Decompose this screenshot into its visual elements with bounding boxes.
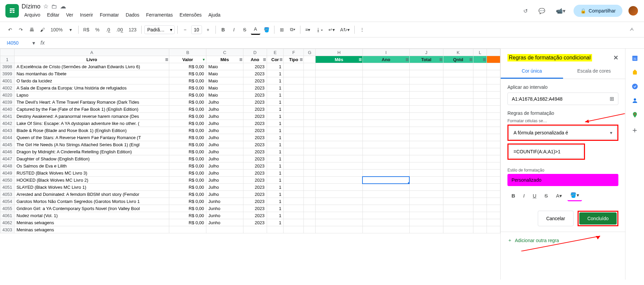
cell[interactable] (409, 155, 443, 162)
cell[interactable] (473, 141, 487, 148)
cell[interactable] (473, 84, 487, 92)
cell[interactable] (304, 56, 316, 63)
cell[interactable] (443, 191, 473, 198)
cell[interactable] (316, 134, 362, 141)
strike-icon[interactable]: S (542, 191, 551, 201)
column-header[interactable]: E (267, 49, 284, 56)
row-header[interactable]: 4039 (0, 99, 14, 106)
cell-ano[interactable]: 2023 (243, 177, 267, 184)
cell[interactable] (473, 70, 487, 77)
cell[interactable] (443, 63, 473, 70)
cell[interactable] (409, 106, 443, 113)
cell[interactable] (443, 77, 473, 84)
cell[interactable] (409, 212, 443, 219)
style-preview[interactable]: Personalizado (507, 174, 618, 186)
header-orange[interactable] (487, 56, 500, 63)
row-header[interactable]: 4045 (0, 141, 14, 148)
column-header[interactable]: I (362, 49, 409, 56)
star-icon[interactable]: ☆ (43, 3, 49, 10)
move-folder-icon[interactable]: 🗀 (51, 3, 57, 10)
cell-ano[interactable]: 2023 (243, 141, 267, 148)
cell-livro[interactable]: HOOKED (Black Wolves MC Livro 2) (14, 177, 169, 184)
cell-livro[interactable]: Queen of the Stars: A Reverse Harem Fae … (14, 134, 169, 141)
cell[interactable] (473, 155, 487, 162)
print-icon[interactable]: 🖶 (27, 25, 36, 34)
history-icon[interactable]: ↺ (521, 5, 530, 17)
cell[interactable] (316, 113, 362, 120)
cell[interactable] (473, 191, 487, 198)
cell-livro[interactable]: Dragon by Midnight: A Cinderella Retelli… (14, 148, 169, 155)
column-header[interactable] (487, 49, 500, 56)
cell-ano[interactable]: 2023 (243, 170, 267, 177)
keep-icon[interactable] (632, 69, 638, 76)
cell[interactable] (284, 99, 304, 106)
row-header[interactable]: 4043 (0, 127, 14, 134)
cell-ano[interactable]: 2023 (243, 205, 267, 212)
row-header[interactable]: 4048 (0, 162, 14, 170)
column-header[interactable]: K (443, 49, 473, 56)
column-header[interactable] (0, 49, 14, 56)
row-header[interactable]: 4062 (0, 219, 14, 226)
italic-icon[interactable]: I (229, 25, 239, 34)
cell[interactable] (362, 155, 409, 162)
column-header[interactable]: A (14, 49, 169, 56)
cell[interactable] (284, 219, 304, 226)
cell[interactable] (316, 198, 362, 205)
user-avatar[interactable] (628, 5, 639, 16)
bold-icon[interactable]: B (218, 25, 228, 34)
cell-mes[interactable]: Julho (206, 184, 243, 191)
cell-valor[interactable]: R$ 0,00 (169, 134, 206, 141)
cell[interactable] (284, 155, 304, 162)
cell-valor[interactable]: R$ 0,00 (169, 212, 206, 219)
number-format-button[interactable]: 123 (126, 25, 138, 34)
document-title[interactable]: Dízimo (22, 3, 40, 10)
redo-icon[interactable]: ↷ (16, 25, 26, 34)
row-header[interactable]: 1 (0, 56, 14, 63)
row-header[interactable]: 4303 (0, 226, 14, 233)
cell-cor[interactable]: 1 (267, 70, 284, 77)
cell-mes[interactable]: Julho (206, 141, 243, 148)
cell[interactable] (487, 162, 500, 170)
cell-mes[interactable]: Julho (206, 120, 243, 127)
cell-valor[interactable]: R$ 0,00 (169, 170, 206, 177)
cell[interactable] (284, 205, 304, 212)
cell[interactable] (284, 84, 304, 92)
cell[interactable] (304, 120, 316, 127)
cell[interactable] (487, 170, 500, 177)
cell-valor[interactable]: R$ 0,00 (169, 120, 206, 127)
row-header[interactable]: 4054 (0, 198, 14, 205)
cell[interactable] (316, 191, 362, 198)
cell[interactable] (362, 99, 409, 106)
column-header[interactable]: J (409, 49, 443, 56)
cell-livro[interactable]: RUSTED (Black Wolves MC Livro 3) (14, 170, 169, 177)
cell-livro[interactable]: Nas montanhas do Tibete (14, 70, 169, 77)
contacts-icon[interactable] (632, 97, 638, 104)
cell[interactable] (362, 63, 409, 70)
row-header[interactable]: 4044 (0, 134, 14, 141)
add-app-icon[interactable]: + (632, 126, 637, 135)
cell-ano[interactable]: 2023 (243, 134, 267, 141)
paint-format-icon[interactable]: 🖌 (38, 25, 47, 34)
cell[interactable] (443, 141, 473, 148)
cell[interactable] (487, 191, 500, 198)
cell-livro[interactable]: Os Salmos de Eva e Lilith (14, 162, 169, 170)
cell[interactable] (304, 148, 316, 155)
cell[interactable] (487, 155, 500, 162)
cell[interactable] (362, 77, 409, 84)
cell[interactable] (443, 226, 473, 233)
cell[interactable] (362, 113, 409, 120)
cell-cor[interactable]: 1 (267, 134, 284, 141)
cell-cor[interactable] (267, 226, 284, 233)
currency-button[interactable]: R$ (81, 25, 91, 34)
row-header[interactable]: 4061 (0, 212, 14, 219)
cell-cor[interactable]: 1 (267, 113, 284, 120)
cell[interactable] (487, 184, 500, 191)
cell[interactable] (487, 212, 500, 219)
cell-valor[interactable]: R$ 0,00 (169, 162, 206, 170)
cell[interactable] (409, 92, 443, 99)
row-header[interactable]: 4040 (0, 106, 14, 113)
cell-mes[interactable]: Julho (206, 148, 243, 155)
cell-livro[interactable]: Blade & Rose (Blade and Rose Book 1) (En… (14, 127, 169, 134)
cell-mes[interactable]: Julho (206, 127, 243, 134)
cell[interactable] (409, 120, 443, 127)
